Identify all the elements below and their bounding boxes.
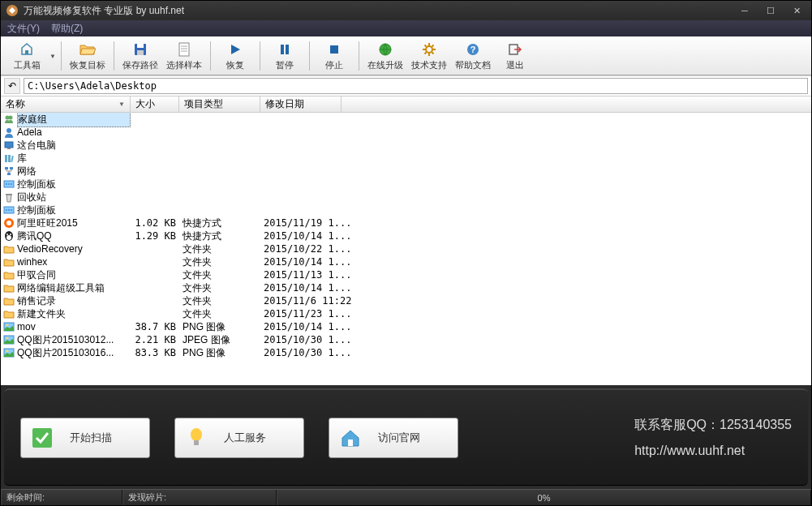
stop-button[interactable]: 停止 — [315, 39, 354, 73]
file-row[interactable]: 家庭组 — [1, 113, 811, 126]
select-sample-button[interactable]: 选择样本 — [163, 39, 205, 73]
file-date: 2015/10/14 1... — [260, 230, 358, 242]
pause-button[interactable]: 暂停 — [265, 39, 304, 73]
svg-point-48 — [6, 350, 9, 353]
library-icon — [2, 152, 15, 164]
save-path-button[interactable]: 保存路径 — [119, 39, 161, 73]
folder-icon — [2, 282, 15, 294]
exit-button[interactable]: 退出 — [496, 39, 535, 73]
svg-rect-20 — [5, 142, 13, 148]
contact-url: http://www.uuhf.net — [634, 438, 792, 464]
control-icon — [2, 178, 15, 190]
file-row[interactable]: 销售记录文件夹2015/11/6 11:22 — [1, 294, 811, 307]
svg-point-41 — [6, 234, 8, 235]
file-row[interactable]: 这台电脑 — [1, 139, 811, 152]
chevron-down-icon[interactable]: ▼ — [49, 53, 56, 60]
help-doc-button[interactable]: ? 帮助文档 — [452, 39, 494, 73]
file-name: 网络 — [17, 165, 131, 178]
visit-website-button[interactable]: 访问官网 — [329, 418, 458, 458]
online-upgrade-button[interactable]: 在线升级 — [364, 39, 406, 73]
file-row[interactable]: 库 — [1, 152, 811, 165]
menubar: 文件(Y) 帮助(Z) — [1, 20, 811, 36]
svg-point-50 — [191, 428, 202, 441]
svg-rect-23 — [8, 155, 11, 162]
path-input[interactable] — [24, 78, 808, 94]
file-row[interactable]: VedioRecovery文件夹2015/10/22 1... — [1, 242, 811, 255]
file-row[interactable]: mov38.7 KBPNG 图像2015/10/14 1... — [1, 320, 811, 333]
column-size[interactable]: 大小 — [131, 96, 179, 112]
file-row[interactable]: winhex文件夹2015/10/14 1... — [1, 255, 811, 268]
menu-help[interactable]: 帮助(Z) — [51, 22, 83, 36]
file-size: 1.02 KB — [131, 217, 179, 229]
titlebar: 万能视频修复软件 专业版 by uuhf.net ─ ☐ ✕ — [1, 1, 811, 20]
svg-rect-52 — [348, 440, 353, 446]
file-row[interactable]: 网络 — [1, 165, 811, 178]
start-scan-button[interactable]: 开始扫描 — [20, 418, 150, 458]
file-row[interactable]: 阿里旺旺20151.02 KB快捷方式2015/11/19 1... — [1, 217, 811, 229]
file-name: QQ图片2015103016... — [17, 346, 131, 360]
column-type[interactable]: 项目类型 — [179, 96, 260, 112]
gear-icon — [421, 41, 437, 58]
svg-point-42 — [10, 234, 11, 235]
status-progress: 0% — [277, 490, 811, 505]
maximize-button[interactable]: ☐ — [761, 4, 780, 17]
column-name[interactable]: 名称▼ — [1, 96, 131, 112]
play-icon — [227, 41, 243, 58]
svg-text:?: ? — [470, 45, 476, 54]
file-type: 文件夹 — [179, 242, 260, 256]
file-type: 文件夹 — [179, 281, 260, 295]
file-row[interactable]: QQ图片2015103012...2.21 KBJPEG 图像2015/10/3… — [1, 333, 811, 346]
file-row[interactable]: 回收站 — [1, 191, 811, 204]
file-date: 2015/11/23 1... — [260, 308, 358, 319]
statusbar: 剩余时间: 发现碎片: 0% — [1, 489, 811, 505]
file-row[interactable]: 甲驭合同文件夹2015/11/13 1... — [1, 268, 811, 281]
column-date[interactable]: 修改日期 — [260, 96, 342, 112]
svg-point-19 — [6, 128, 11, 133]
file-name: 新建文件夹 — [17, 307, 131, 321]
file-date: 2015/11/6 11:22 — [260, 295, 358, 307]
file-name: 回收站 — [17, 191, 131, 204]
file-date: 2015/11/19 1... — [260, 217, 358, 229]
computer-icon — [2, 139, 15, 151]
status-time: 剩余时间: — [1, 490, 122, 505]
file-type: 文件夹 — [179, 307, 260, 321]
file-row[interactable]: 控制面板 — [1, 204, 811, 217]
svg-rect-25 — [5, 167, 8, 169]
back-button[interactable]: ↶ — [4, 78, 20, 94]
svg-point-30 — [8, 183, 10, 185]
stop-icon — [326, 41, 342, 58]
list-header: 名称▼ 大小 项目类型 修改日期 — [1, 96, 811, 113]
svg-rect-5 — [179, 43, 189, 56]
file-row[interactable]: Adela — [1, 126, 811, 139]
recover-target-button[interactable]: 恢复目标 — [67, 39, 109, 73]
bottom-panel: 开始扫描 人工服务 访问官网 联系客服QQ：1253140355 http://… — [4, 388, 808, 486]
svg-rect-27 — [7, 173, 11, 175]
svg-point-38 — [6, 221, 11, 225]
svg-rect-9 — [281, 45, 284, 54]
folder-icon — [2, 243, 15, 255]
image-icon — [2, 347, 15, 358]
svg-point-46 — [6, 337, 9, 340]
check-icon — [31, 427, 54, 449]
toolbox-button[interactable]: 工具箱 — [7, 39, 46, 73]
file-row[interactable]: 网络编辑超级工具箱文件夹2015/10/14 1... — [1, 281, 811, 294]
toolbar: 工具箱 ▼ 恢复目标 保存路径 选择样本 恢复 暂停 停止 — [1, 36, 811, 75]
file-row[interactable]: QQ图片2015103016...83.3 KBPNG 图像2015/10/30… — [1, 346, 811, 359]
file-name: VedioRecovery — [17, 243, 131, 255]
file-row[interactable]: 控制面板 — [1, 178, 811, 191]
minimize-button[interactable]: ─ — [735, 4, 754, 17]
menu-file[interactable]: 文件(Y) — [7, 22, 40, 36]
file-row[interactable]: 腾讯QQ1.29 KB快捷方式2015/10/14 1... — [1, 229, 811, 242]
tech-support-button[interactable]: 技术支持 — [408, 39, 450, 73]
file-row[interactable]: 新建文件夹文件夹2015/11/23 1... — [1, 307, 811, 320]
file-name: 这台电脑 — [17, 139, 131, 152]
file-list[interactable]: 家庭组Adela这台电脑库网络控制面板回收站控制面板阿里旺旺20151.02 K… — [1, 113, 811, 385]
recover-button[interactable]: 恢复 — [216, 39, 255, 73]
file-name: 甲驭合同 — [17, 268, 131, 282]
pause-icon — [277, 41, 293, 58]
close-button[interactable]: ✕ — [787, 4, 806, 17]
svg-rect-4 — [137, 50, 144, 55]
window-title: 万能视频修复软件 专业版 by uuhf.net — [24, 4, 735, 18]
file-name: 家庭组 — [17, 113, 131, 127]
manual-service-button[interactable]: 人工服务 — [174, 418, 304, 458]
